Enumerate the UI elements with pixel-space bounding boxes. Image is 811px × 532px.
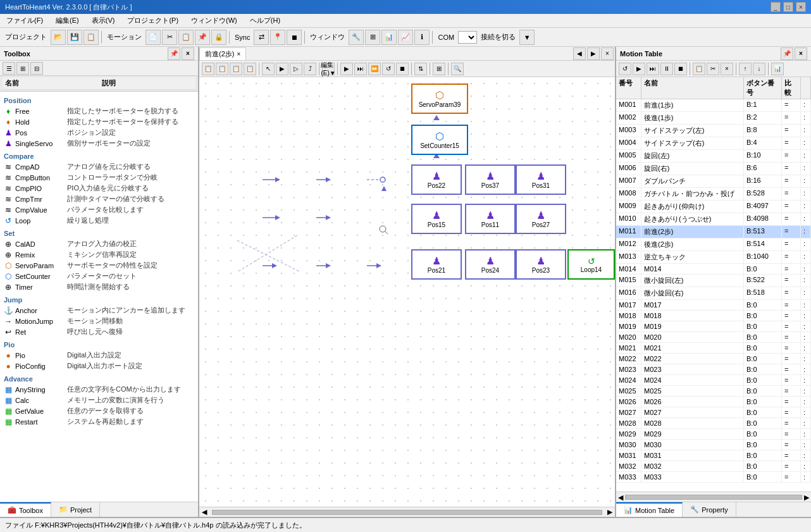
tool-cmptmr[interactable]: ≋CmpTmr (3, 194, 66, 204)
mt-pin-btn[interactable]: 📌 (781, 47, 793, 60)
mt-row[interactable]: M012 後進(2歩) B:514 = : (616, 238, 811, 251)
window-btn1[interactable]: 🔧 (349, 30, 364, 45)
mt-tb-btn4[interactable]: ⏸ (660, 63, 673, 75)
block-pos24[interactable]: ♟ Pos24 (465, 249, 516, 280)
scroll-thumb-h[interactable] (212, 510, 602, 515)
block-pos27[interactable]: ♟ Pos27 (516, 204, 566, 234)
mt-row[interactable]: M002 後進(1歩) B:2 = : (616, 112, 811, 125)
ct-stop-btn[interactable]: ⏹ (396, 63, 409, 75)
mt-row[interactable]: M001 前進(1歩) B:1 = : (616, 99, 811, 112)
tool-anchor[interactable]: ⚓Anchor (3, 305, 66, 316)
mt-cell-menu[interactable]: : (801, 407, 811, 418)
tool-cmppio[interactable]: ≋CmpPIO (3, 183, 66, 194)
close-btn[interactable]: × (796, 2, 806, 12)
canvas-close-btn[interactable]: × (601, 47, 614, 60)
pin-btn[interactable]: 📍 (270, 30, 285, 45)
mt-row[interactable]: M007 ダブルパンチ B:16 = : (616, 175, 811, 188)
mt-cell-menu[interactable]: : (801, 112, 811, 124)
mt-row[interactable]: M025 M025 B:0 = : (616, 386, 811, 397)
motion-btn2[interactable]: ✂ (162, 30, 177, 45)
mt-cell-menu[interactable]: : (801, 472, 811, 482)
mt-tb-btn5[interactable]: ⏹ (674, 63, 687, 75)
ct-loop-btn[interactable]: ↺ (382, 63, 395, 75)
tool-cmpbutton[interactable]: ≋CmpButton (3, 172, 66, 183)
mt-tb-btn3[interactable]: ⏭ (647, 63, 659, 75)
tool-setcounter[interactable]: ⬡SetCounter (3, 271, 66, 281)
mt-row[interactable]: M024 M024 B:0 = : (616, 375, 811, 386)
mt-tb-btn1[interactable]: ↺ (619, 63, 631, 75)
tool-cmpvalue[interactable]: ≋CmpValue (3, 204, 66, 215)
mt-cell-menu[interactable]: : (801, 343, 811, 353)
mt-cell-menu[interactable]: : (801, 450, 811, 461)
canvas-tab-close[interactable]: × (237, 51, 240, 58)
com-select[interactable] (458, 31, 477, 44)
mt-cell-menu[interactable]: : (801, 264, 811, 274)
mt-cell-menu[interactable]: : (801, 461, 811, 471)
mt-row[interactable]: M014 M014 B:0 = : (616, 264, 811, 275)
mt-scrollbar-h[interactable]: ◀ ▶ (616, 492, 811, 502)
mt-tb-btn2[interactable]: ▶ (633, 63, 645, 75)
toolbox-list-view-btn[interactable]: ☰ (3, 62, 15, 75)
menu-edit[interactable]: 編集(E) (52, 15, 83, 27)
mt-cell-menu[interactable]: : (801, 386, 811, 396)
ct-sort-btn[interactable]: ⇅ (414, 63, 427, 75)
motion-btn4[interactable]: 📌 (195, 30, 210, 45)
mt-row[interactable]: M030 M030 B:0 = : (616, 440, 811, 450)
mt-tb-btn7[interactable]: ✂ (707, 63, 719, 75)
mt-row[interactable]: M008 ガチバトル・前つかみ・投げ B:528 = : (616, 188, 811, 201)
ct-btn6[interactable]: ▷ (290, 63, 302, 75)
mt-row[interactable]: M005 旋回(左) B:10 = : (616, 150, 811, 163)
tool-cmpad[interactable]: ≋CmpAD (3, 161, 66, 172)
mt-cell-menu[interactable]: : (801, 287, 811, 299)
ct-btn3[interactable]: 📋 (230, 63, 242, 75)
mt-cell-menu[interactable]: : (801, 213, 811, 225)
mt-row[interactable]: M020 M020 B:0 = : (616, 332, 811, 343)
mt-row[interactable]: M018 M018 B:0 = : (616, 311, 811, 321)
block-pos21[interactable]: ♟ Pos21 (411, 249, 462, 280)
toolbox-btn3[interactable]: ⊟ (30, 62, 43, 75)
tool-hold[interactable]: ♦Hold (3, 116, 66, 127)
scroll-left-btn[interactable]: ◀ (199, 507, 209, 517)
mt-row[interactable]: M010 起きあがり(うつぶせ) B:4098 = : (616, 213, 811, 226)
motion-btn5[interactable]: 🔒 (211, 30, 226, 45)
mt-row[interactable]: M033 M033 B:0 = : (616, 472, 811, 483)
mt-cell-menu[interactable]: : (801, 354, 811, 364)
ct-btn4[interactable]: 📋 (244, 63, 256, 75)
saveas-btn[interactable]: 📋 (84, 30, 99, 45)
tool-motionjump[interactable]: →MotionJump (3, 316, 66, 326)
mt-row[interactable]: M026 M026 B:0 = : (616, 397, 811, 407)
maximize-btn[interactable]: □ (783, 2, 793, 12)
mt-row[interactable]: M015 微小旋回(左) B:522 = : (616, 275, 811, 287)
minimize-btn[interactable]: _ (771, 2, 781, 12)
mt-row[interactable]: M006 旋回(右) B:6 = : (616, 163, 811, 175)
tool-pos[interactable]: ♟Pos (3, 127, 66, 138)
tool-ret[interactable]: ↩Ret (3, 326, 66, 337)
mt-tb-btn9[interactable]: ↑ (739, 63, 752, 75)
block-pos11[interactable]: ♟ Pos11 (465, 204, 516, 234)
ct-select-btn[interactable]: ↖ (262, 63, 275, 75)
mt-cell-menu[interactable]: : (801, 251, 811, 263)
disconnect-btn[interactable]: ▼ (519, 30, 535, 45)
mt-scroll-thumb[interactable] (625, 495, 802, 500)
ct-btn1[interactable]: 📋 (202, 63, 214, 75)
mt-row[interactable]: M003 サイドステップ(左) B:8 = : (616, 125, 811, 137)
mt-cell-menu[interactable]: : (801, 163, 811, 175)
toolbox-tab-project[interactable]: 📁Project (51, 502, 100, 517)
mt-tab-property[interactable]: 🔧Property (683, 502, 736, 517)
stop-btn[interactable]: ⏹ (287, 30, 302, 45)
sync-btn[interactable]: ⇄ (254, 30, 269, 45)
mt-tb-btn10[interactable]: ↓ (753, 63, 765, 75)
ct-btn7[interactable]: ⤴ (304, 63, 316, 75)
tool-pioconfig[interactable]: ●PioConfig (3, 361, 66, 371)
tool-restart[interactable]: ▦Restart (3, 416, 66, 427)
mt-cell-menu[interactable]: : (801, 201, 811, 213)
ct-skip-btn[interactable]: ⏭ (354, 63, 367, 75)
mt-cell-menu[interactable]: : (801, 137, 811, 149)
motion-new-btn[interactable]: 📄 (145, 30, 161, 45)
menu-help[interactable]: ヘルプ(H) (246, 15, 284, 27)
ct-btn2[interactable]: 📋 (216, 63, 228, 75)
mt-row[interactable]: M023 M023 B:0 = : (616, 364, 811, 375)
mt-row[interactable]: M017 M017 B:0 = : (616, 300, 811, 311)
mt-tab-motion-table[interactable]: 📊Motion Table (616, 502, 683, 517)
mt-cell-menu[interactable]: : (801, 429, 811, 439)
